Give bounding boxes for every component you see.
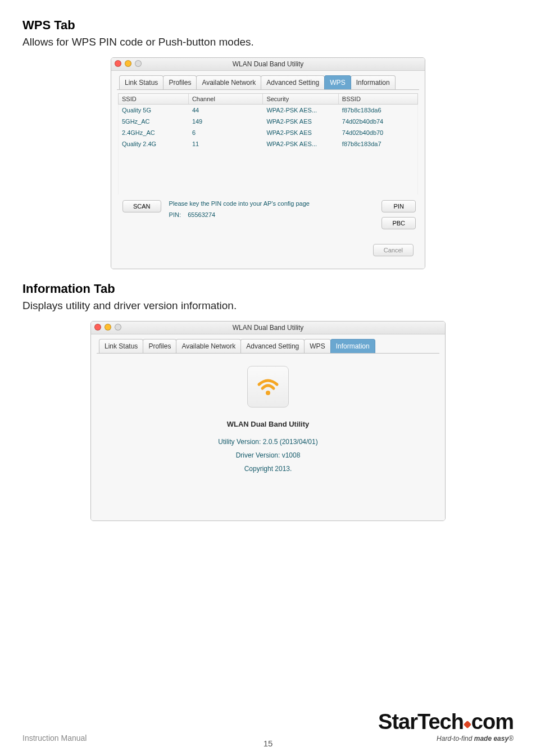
table-row[interactable]: Quality 2.4G 11 WPA2-PSK AES... f87b8c18…: [119, 138, 417, 150]
tab-profiles[interactable]: Profiles: [163, 75, 197, 89]
cell-bssid: f87b8c183da7: [339, 138, 417, 150]
wps-window: WLAN Dual Band Utility Link Status Profi…: [111, 57, 425, 269]
tab-link-status[interactable]: Link Status: [99, 339, 143, 353]
minimize-icon[interactable]: [125, 60, 131, 67]
minimize-icon[interactable]: [105, 324, 111, 331]
section-desc-wps: Allows for WPS PIN code or Push-button m…: [22, 36, 514, 48]
pbc-button[interactable]: PBC: [381, 217, 416, 229]
cell-bssid: 74d02b40db70: [339, 127, 417, 138]
header-channel: Channel: [189, 94, 264, 104]
brand-name-main: StarTech: [378, 710, 464, 734]
svg-point-0: [266, 391, 270, 395]
section-title-info: Information Tab: [22, 282, 514, 296]
cell-channel: 44: [189, 105, 264, 116]
close-icon[interactable]: [115, 60, 121, 67]
wifi-icon: [247, 366, 289, 408]
tab-advanced-setting[interactable]: Advanced Setting: [240, 339, 305, 353]
close-icon[interactable]: [94, 324, 101, 331]
header-ssid: SSID: [119, 94, 189, 104]
network-table-header: SSID Channel Security BSSID: [118, 93, 418, 105]
tab-available-network[interactable]: Available Network: [196, 75, 261, 89]
zoom-icon: [135, 60, 142, 67]
info-tabs: Link Status Profiles Available Network A…: [91, 334, 445, 353]
page-number: 15: [0, 739, 536, 748]
header-bssid: BSSID: [339, 94, 417, 104]
cell-channel: 11: [189, 138, 264, 150]
cell-security: WPA2-PSK AES...: [263, 138, 338, 150]
pin-button[interactable]: PIN: [381, 200, 416, 212]
info-utility-version: Utility Version: 2.0.5 (2013/04/01): [218, 438, 317, 446]
scan-button[interactable]: SCAN: [122, 200, 161, 212]
table-row[interactable]: 2.4GHz_AC 6 WPA2-PSK AES 74d02b40db70: [119, 127, 417, 138]
wps-tabs: Link Status Profiles Available Network A…: [111, 71, 425, 89]
brand-name-suffix: com: [471, 710, 514, 734]
wps-titlebar: WLAN Dual Band Utility: [111, 58, 425, 71]
cell-security: WPA2-PSK AES: [263, 127, 338, 138]
table-row[interactable]: 5GHz_AC 149 WPA2-PSK AES 74d02b40db74: [119, 116, 417, 127]
tab-wps[interactable]: WPS: [304, 339, 330, 353]
info-app-name: WLAN Dual Band Utility: [227, 420, 310, 428]
tab-information[interactable]: Information: [330, 339, 375, 353]
wps-window-title: WLAN Dual Band Utility: [233, 60, 304, 68]
info-titlebar: WLAN Dual Band Utility: [91, 322, 445, 334]
info-window: WLAN Dual Band Utility Link Status Profi…: [90, 321, 446, 521]
tab-available-network[interactable]: Available Network: [176, 339, 241, 353]
cell-security: WPA2-PSK AES: [263, 116, 338, 127]
brand-dot-icon: [464, 721, 471, 728]
cell-ssid: Quality 2.4G: [119, 138, 189, 150]
cell-channel: 6: [189, 127, 264, 138]
info-copyright: Copyright 2013.: [244, 465, 292, 473]
section-title-wps: WPS Tab: [22, 18, 514, 33]
table-row[interactable]: Quality 5G 44 WPA2-PSK AES... f87b8c183d…: [119, 105, 417, 116]
tab-profiles[interactable]: Profiles: [143, 339, 176, 353]
tab-link-status[interactable]: Link Status: [119, 75, 163, 89]
pin-value: 65563274: [188, 211, 215, 218]
cell-ssid: 5GHz_AC: [119, 116, 189, 127]
pin-hint-text: Please key the PIN code into your AP's c…: [169, 200, 374, 207]
network-table-body: Quality 5G 44 WPA2-PSK AES... f87b8c183d…: [118, 105, 418, 194]
cell-bssid: 74d02b40db74: [339, 116, 417, 127]
cancel-button[interactable]: Cancel: [373, 244, 414, 256]
cell-ssid: Quality 5G: [119, 105, 189, 116]
cell-security: WPA2-PSK AES...: [263, 105, 338, 116]
header-security: Security: [263, 94, 338, 104]
cell-bssid: f87b8c183da6: [339, 105, 417, 116]
pin-label: PIN:: [169, 211, 181, 218]
zoom-icon: [115, 324, 121, 331]
section-desc-info: Displays utility and driver version info…: [22, 300, 514, 312]
cell-channel: 149: [189, 116, 264, 127]
tab-advanced-setting[interactable]: Advanced Setting: [261, 75, 325, 89]
info-window-title: WLAN Dual Band Utility: [233, 324, 304, 332]
tab-information[interactable]: Information: [351, 75, 396, 89]
cell-ssid: 2.4GHz_AC: [119, 127, 189, 138]
tab-wps[interactable]: WPS: [324, 75, 351, 89]
brand-logo: StarTechcom Hard-to-find made easy®: [378, 711, 514, 743]
info-driver-version: Driver Version: v1008: [236, 451, 301, 459]
